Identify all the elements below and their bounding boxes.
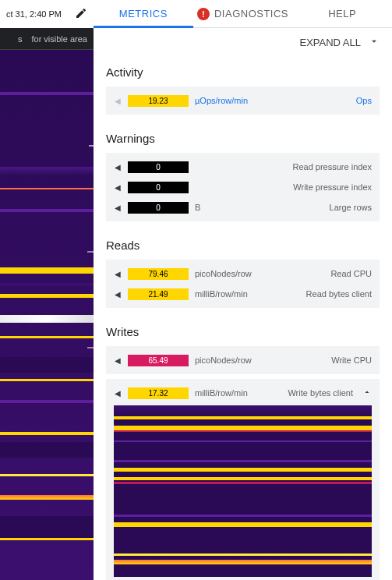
edit-icon[interactable] [75, 7, 87, 21]
section-title-warnings: Warnings [106, 132, 380, 145]
reads-block: ◀ 79.46 picoNodes/row Read CPU ◀ 21.49 m… [106, 260, 380, 308]
metric-row[interactable]: ◀ 0 Write pressure index [114, 178, 372, 196]
metric-value: 0 [156, 163, 161, 172]
metric-bar: 0 [128, 182, 189, 193]
left-panel: ct 31, 2:40 PM s for visible area [0, 0, 94, 580]
tab-label: METRICS [119, 8, 168, 19]
metric-unit: milliB/row/min [195, 388, 248, 398]
metric-label: Write pressure index [201, 182, 372, 192]
metric-label: Write CPU [258, 355, 372, 365]
tab-help[interactable]: HELP [292, 0, 392, 27]
metric-bar: 79.46 [128, 268, 189, 280]
alert-icon: ! [197, 8, 210, 20]
metric-row[interactable]: ◀ 19.23 µOps/row/min Ops [114, 91, 372, 110]
metric-value: 21.49 [148, 290, 168, 299]
metric-unit: picoNodes/row [195, 355, 252, 365]
metric-label[interactable]: Ops [254, 96, 372, 105]
metric-value: 79.46 [148, 270, 168, 278]
metric-row[interactable]: ◀ 21.49 milliB/row/min Read bytes client [114, 285, 372, 303]
metric-label: Read bytes client [254, 289, 372, 299]
area-label: for visible area [31, 34, 87, 44]
metric-row[interactable]: ◀ 0 B Large rows [114, 198, 372, 217]
metric-bar: 0 [128, 161, 189, 173]
metric-unit[interactable]: µOps/row/min [195, 96, 248, 105]
chevron-up-icon[interactable] [359, 387, 372, 399]
metric-value: 0 [156, 203, 161, 212]
section-title-reads: Reads [106, 239, 380, 252]
metric-bar: 0 [128, 202, 189, 214]
chevron-left-icon: ◀ [114, 183, 122, 192]
metric-bar: 19.23 [128, 95, 189, 107]
metric-bar: 21.49 [128, 288, 189, 300]
expand-all-button[interactable]: EXPAND ALL [94, 28, 392, 56]
chevron-down-icon [369, 36, 380, 49]
section-title-activity: Activity [106, 65, 380, 79]
metric-row[interactable]: ◀ 0 Read pressure index [114, 157, 372, 176]
metric-unit: B [195, 203, 200, 212]
metric-value: 65.49 [148, 356, 168, 365]
heatmap-inline[interactable] [114, 405, 372, 577]
metric-unit: picoNodes/row [195, 269, 252, 278]
expand-all-label: EXPAND ALL [299, 37, 361, 48]
area-suffix: s [18, 34, 23, 44]
metric-value: 17.32 [148, 389, 168, 398]
tab-diagnostics[interactable]: ! DIAGNOSTICS [193, 0, 293, 27]
metric-row[interactable]: ◀ 17.32 milliB/row/min Write bytes clien… [114, 384, 372, 402]
metric-value: 19.23 [148, 97, 168, 105]
chevron-left-icon: ◀ [114, 203, 122, 212]
left-subheader: s for visible area [0, 28, 94, 50]
chevron-left-icon: ◀ [114, 97, 122, 105]
tabs: METRICS ! DIAGNOSTICS HELP [94, 0, 392, 28]
section-title-writes: Writes [106, 325, 380, 338]
metric-row[interactable]: ◀ 79.46 picoNodes/row Read CPU [114, 264, 372, 283]
left-header: ct 31, 2:40 PM [0, 0, 94, 28]
writes-block-1: ◀ 65.49 picoNodes/row Write CPU [106, 346, 380, 374]
metric-unit: milliB/row/min [195, 289, 248, 299]
right-panel: METRICS ! DIAGNOSTICS HELP EXPAND ALL Ac… [94, 0, 392, 580]
metric-label: Large rows [207, 203, 372, 212]
chevron-left-icon: ◀ [114, 163, 122, 172]
heatmap-main[interactable] [0, 50, 94, 580]
metric-label: Read pressure index [201, 162, 372, 172]
chevron-left-icon: ◀ [114, 270, 122, 278]
metric-label: Write bytes client [254, 388, 353, 398]
tab-metrics[interactable]: METRICS [94, 0, 193, 27]
timestamp: ct 31, 2:40 PM [6, 9, 62, 19]
chevron-left-icon: ◀ [114, 290, 122, 299]
metrics-content: Activity ◀ 19.23 µOps/row/min Ops Warnin… [94, 56, 392, 580]
metric-bar: 17.32 [128, 387, 189, 399]
warnings-block: ◀ 0 Read pressure index ◀ 0 Write pressu… [106, 153, 380, 221]
activity-block: ◀ 19.23 µOps/row/min Ops [106, 87, 380, 115]
metric-label: Read CPU [258, 269, 372, 278]
metric-value: 0 [156, 183, 161, 192]
chevron-left-icon: ◀ [114, 389, 122, 398]
chevron-left-icon: ◀ [114, 356, 122, 365]
writes-block-2: ◀ 17.32 milliB/row/min Write bytes clien… [106, 379, 380, 580]
tab-label: DIAGNOSTICS [214, 8, 288, 19]
metric-bar: 65.49 [128, 355, 189, 366]
tab-label: HELP [328, 8, 356, 19]
metric-row[interactable]: ◀ 65.49 picoNodes/row Write CPU [114, 351, 372, 370]
